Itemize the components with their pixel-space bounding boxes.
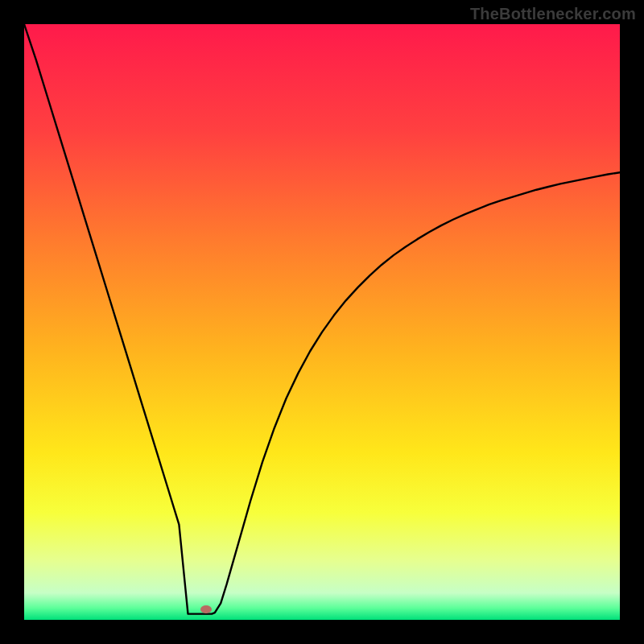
optimum-marker: [200, 605, 212, 613]
bottleneck-curve: [24, 24, 620, 614]
plot-area: [24, 24, 620, 620]
watermark-text: TheBottlenecker.com: [470, 5, 636, 23]
chart-frame: TheBottlenecker.com: [0, 0, 644, 644]
curve-layer: [24, 24, 620, 620]
